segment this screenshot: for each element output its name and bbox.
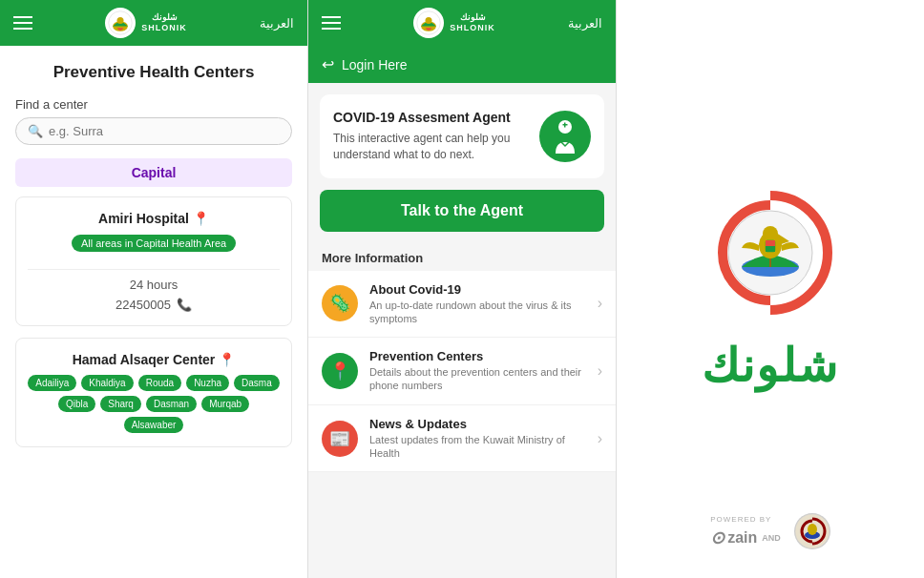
phone-number: 22450005 [116, 298, 171, 312]
zain-logo: ⊙ zain AND [710, 527, 781, 548]
info-item-desc-0: An up-to-date rundown about the virus & … [369, 299, 586, 326]
logo-text-2: شلونك SHLONIK [450, 12, 495, 33]
panel-covid-agent: شلونك SHLONIK العربية ↩ Login Here COVID… [307, 0, 616, 578]
page-title: Preventive Health Centers [15, 63, 292, 82]
agent-desc: This interactive agent can help you unde… [333, 131, 528, 163]
info-item-desc-2: Latest updates from the Kuwait Ministry … [369, 433, 586, 461]
header-arabic-2[interactable]: العربية [568, 16, 602, 31]
find-label: Find a center [15, 97, 292, 112]
location-tag: Dasma [234, 375, 280, 391]
splash-brand-text: شلونك [702, 339, 839, 392]
info-text-1: Prevention Centers Details about the pre… [369, 349, 586, 393]
svg-point-20 [808, 524, 817, 535]
more-info-label: More Information [308, 243, 616, 271]
region-badge: All areas in Capital Health Area [72, 235, 236, 252]
info-text-2: News & Updates Latest updates from the K… [369, 417, 586, 461]
capital-region-header: Capital [15, 158, 292, 187]
svg-point-5 [426, 17, 432, 24]
agent-title: COVID-19 Assesment Agent [333, 110, 528, 125]
search-input[interactable] [49, 124, 280, 138]
panel2-content: COVID-19 Assesment Agent This interactiv… [308, 83, 616, 578]
powered-by-row: POWERED BY ⊙ zain AND [710, 513, 830, 549]
talk-to-agent-button[interactable]: Talk to the Agent [320, 190, 604, 232]
info-icon-2: 📰 [322, 421, 358, 457]
chevron-icon-0: › [598, 295, 602, 312]
phone-icon: 📞 [177, 298, 192, 312]
partner-emblem [794, 513, 830, 549]
header-panel2: شلونك SHLONIK العربية [308, 0, 616, 46]
logo-emblem-2 [413, 8, 444, 38]
agent-text: COVID-19 Assesment Agent This interactiv… [333, 110, 528, 163]
svg-rect-16 [766, 240, 775, 246]
info-item-desc-1: Details about the prevention centers and… [369, 365, 586, 393]
agent-avatar [539, 111, 591, 162]
logo-text: شلونك SHLONIK [141, 12, 187, 33]
splash-emblem [704, 186, 837, 320]
panel1-content: Preventive Health Centers Find a center … [0, 46, 307, 578]
hamburger-menu-2[interactable] [322, 16, 341, 30]
panel-health-centers: شلونك SHLONIK العربية Preventive Health … [0, 0, 307, 578]
location-tag: Nuzha [186, 375, 229, 391]
info-item-title-1: Prevention Centers [369, 349, 586, 363]
info-items-list: 🦠 About Covid-19 An up-to-date rundown a… [308, 271, 616, 473]
logo-emblem [105, 8, 136, 38]
info-icon-0: 🦠 [322, 285, 358, 321]
powered-label: POWERED BY [710, 515, 781, 524]
location-tag: Adailiya [28, 375, 76, 391]
chevron-icon-2: › [598, 430, 602, 447]
location-pin-icon: 📍 [193, 211, 209, 226]
login-label: Login Here [342, 57, 408, 72]
location-tag: Sharq [100, 396, 141, 412]
location-tag: Khaldiya [81, 375, 133, 391]
location-tag: Rouda [138, 375, 181, 391]
location-tag: Alsawaber [124, 417, 184, 433]
hours-text: 24 hours [28, 278, 280, 292]
badge-wrapper: All areas in Capital Health Area [28, 234, 280, 261]
header-logo: شلونك SHLONIK [105, 8, 187, 38]
info-item-title-2: News & Updates [369, 417, 586, 431]
svg-point-14 [763, 226, 778, 241]
location-tag: Murqab [201, 396, 249, 412]
info-text-0: About Covid-19 An up-to-date rundown abo… [369, 282, 586, 326]
info-item-2[interactable]: 📰 News & Updates Latest updates from the… [308, 405, 616, 473]
agent-card: COVID-19 Assesment Agent This interactiv… [320, 94, 604, 178]
chevron-icon-1: › [598, 362, 602, 380]
location-tag: Dasman [146, 396, 197, 412]
location-pin-icon-2: 📍 [219, 352, 235, 367]
hamburger-menu[interactable] [13, 16, 32, 30]
center-name-amiri: Amiri Hospital 📍 [28, 211, 280, 226]
tag-group: AdailiyaKhaldiyaRoudaNuzhaDasmaQiblaShar… [28, 375, 280, 433]
header-panel1: شلونك SHLONIK العربية [0, 0, 307, 46]
center-card-hamad: Hamad Alsaqer Center 📍 AdailiyaKhaldiyaR… [15, 338, 292, 447]
header-logo-2: شلونك SHLONIK [413, 8, 495, 38]
center-name-hamad: Hamad Alsaqer Center 📍 [28, 352, 280, 367]
header-arabic-link[interactable]: العربية [260, 16, 294, 31]
search-container: 🔍 [15, 117, 292, 145]
search-icon: 🔍 [28, 124, 43, 138]
center-card-amiri: Amiri Hospital 📍 All areas in Capital He… [15, 196, 292, 326]
login-bar[interactable]: ↩ Login Here [308, 46, 616, 83]
info-item-title-0: About Covid-19 [369, 282, 586, 297]
location-tag: Qibla [58, 396, 95, 412]
svg-rect-17 [766, 246, 775, 252]
powered-section: POWERED BY ⊙ zain AND [710, 515, 781, 548]
phone-row: 22450005 📞 [28, 298, 280, 312]
info-item-1[interactable]: 📍 Prevention Centers Details about the p… [308, 338, 616, 405]
info-icon-1: 📍 [322, 353, 358, 389]
panel-splash: شلونك POWERED BY ⊙ zain AND [616, 0, 924, 578]
svg-point-2 [117, 17, 124, 24]
svg-rect-8 [564, 122, 566, 127]
login-icon: ↩ [322, 55, 334, 73]
info-item-0[interactable]: 🦠 About Covid-19 An up-to-date rundown a… [308, 271, 616, 339]
